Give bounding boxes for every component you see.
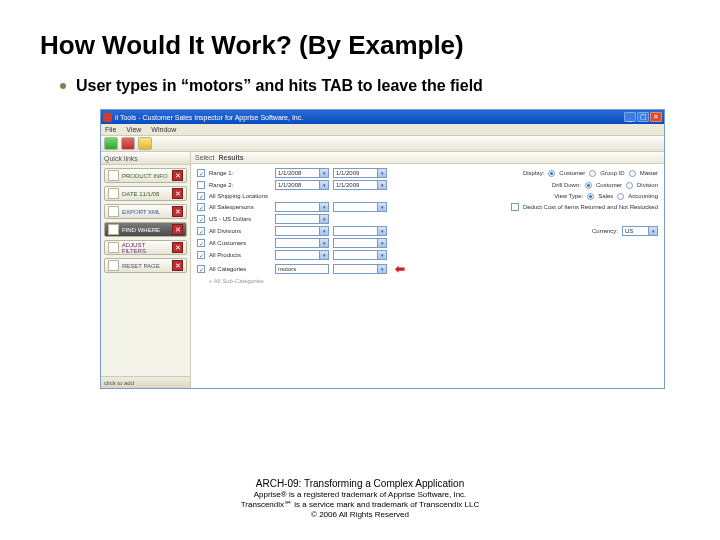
stop-button[interactable] (121, 137, 135, 150)
drill-division-radio[interactable] (626, 182, 633, 189)
deduct-checkbox[interactable] (511, 203, 519, 211)
minimize-button[interactable]: _ (624, 112, 636, 122)
salesp-dd[interactable]: ▾ (275, 202, 329, 212)
sidebar-item-product[interactable]: PRODUCT INFO✕ (104, 168, 187, 183)
currency-dd[interactable]: US▾ (622, 226, 658, 236)
sub-cat-label: + All Sub-Categories (209, 278, 264, 284)
range1-to[interactable]: 1/1/2009▾ (333, 168, 387, 178)
prod-label: All Products (209, 252, 271, 258)
menu-window[interactable]: Window (151, 126, 176, 133)
div-checkbox[interactable]: ✓ (197, 227, 205, 235)
display-label: Display: (523, 170, 544, 176)
cat-checkbox[interactable]: ✓ (197, 265, 205, 273)
cat-input[interactable]: motors (275, 264, 329, 274)
bullet-row: User types in “motors” and hits TAB to l… (40, 77, 680, 95)
pane-header: Select Results (191, 152, 664, 164)
go-button[interactable] (104, 137, 118, 150)
ship-label: All Shipping Locations (209, 193, 268, 199)
sidebar-bottom[interactable]: click to add (101, 376, 190, 388)
footer-line1: ARCH-09: Transforming a Complex Applicat… (0, 478, 720, 491)
salesp-label: All Salespersons (209, 204, 271, 210)
menubar: File View Window (101, 124, 664, 136)
sidebar-item-adjust[interactable]: ADJUST FILTERS✕ (104, 240, 187, 255)
slide-title: How Would It Work? (By Example) (40, 30, 680, 61)
div-label: All Divisions (209, 228, 271, 234)
curr-checkbox[interactable]: ✓ (197, 215, 205, 223)
range2-to[interactable]: 1/1/2009▾ (333, 180, 387, 190)
display-master-radio[interactable] (629, 170, 636, 177)
cat-dd2[interactable]: ▾ (333, 264, 387, 274)
range1-from[interactable]: 1/1/2008▾ (275, 168, 329, 178)
view-sales-radio[interactable] (587, 193, 594, 200)
prod-dd[interactable]: ▾ (275, 250, 329, 260)
footer-line3: Transcendix℠ is a service mark and trade… (0, 500, 720, 510)
salesp-dd2[interactable]: ▾ (333, 202, 387, 212)
toolbar (101, 136, 664, 152)
range1-checkbox[interactable]: ✓ (197, 169, 205, 177)
menu-view[interactable]: View (126, 126, 141, 133)
app-icon (103, 113, 112, 122)
cust-checkbox[interactable]: ✓ (197, 239, 205, 247)
footer-line2: Apprise® is a registered trademark of Ap… (0, 490, 720, 500)
range2-checkbox[interactable] (197, 181, 205, 189)
currency-label: Currency: (592, 228, 618, 234)
range2-label: Range 2: (209, 182, 271, 188)
bullet-icon (60, 83, 66, 89)
drill-label: Drill Down: (552, 182, 581, 188)
cust-dd[interactable]: ▾ (275, 238, 329, 248)
sidebar-header: Quick links (101, 152, 190, 165)
cust-dd2[interactable]: ▾ (333, 238, 387, 248)
sidebar-item-export[interactable]: EXPORT XML✕ (104, 204, 187, 219)
ship-checkbox[interactable]: ✓ (197, 192, 205, 200)
curr-label: US - US Dollars (209, 216, 271, 222)
callout-arrow-icon: ⬅ (395, 262, 405, 276)
cust-label: All Customers (209, 240, 271, 246)
main-pane: Select Results ✓ Range 1: 1/1/2008▾ 1/1/… (191, 152, 664, 388)
view-label: View Type: (554, 193, 583, 199)
app-screenshot: ii Tools - Customer Sales Inspector for … (100, 109, 665, 389)
close-button[interactable]: ✕ (650, 112, 662, 122)
deduct-label: Deduct Cost of Items Returned and Not Re… (523, 204, 658, 210)
prod-checkbox[interactable]: ✓ (197, 251, 205, 259)
display-group-radio[interactable] (589, 170, 596, 177)
salesp-checkbox[interactable]: ✓ (197, 203, 205, 211)
window-titlebar: ii Tools - Customer Sales Inspector for … (101, 110, 664, 124)
prod-dd2[interactable]: ▾ (333, 250, 387, 260)
cat-label: All Categories (209, 266, 271, 272)
view-acct-radio[interactable] (617, 193, 624, 200)
window-title: ii Tools - Customer Sales Inspector for … (115, 114, 303, 121)
footer-line4: © 2006 All Rights Reserved (0, 510, 720, 520)
menu-file[interactable]: File (105, 126, 116, 133)
sidebar-item-find[interactable]: FIND WHERE✕ (104, 222, 187, 237)
slide-footer: ARCH-09: Transforming a Complex Applicat… (0, 478, 720, 521)
sidebar: Quick links PRODUCT INFO✕ DATE 11/1/08✕ … (101, 152, 191, 388)
drill-customer-radio[interactable] (585, 182, 592, 189)
curr-dd[interactable]: ▾ (275, 214, 329, 224)
sidebar-item-reset[interactable]: RESET PAGE✕ (104, 258, 187, 273)
bullet-text: User types in “motors” and hits TAB to l… (76, 77, 483, 95)
display-customer-radio[interactable] (548, 170, 555, 177)
refresh-button[interactable] (138, 137, 152, 150)
sidebar-item-date[interactable]: DATE 11/1/08✕ (104, 186, 187, 201)
div-dd2[interactable]: ▾ (333, 226, 387, 236)
range1-label: Range 1: (209, 170, 271, 176)
maximize-button[interactable]: ▢ (637, 112, 649, 122)
range2-from[interactable]: 1/1/2008▾ (275, 180, 329, 190)
div-dd[interactable]: ▾ (275, 226, 329, 236)
